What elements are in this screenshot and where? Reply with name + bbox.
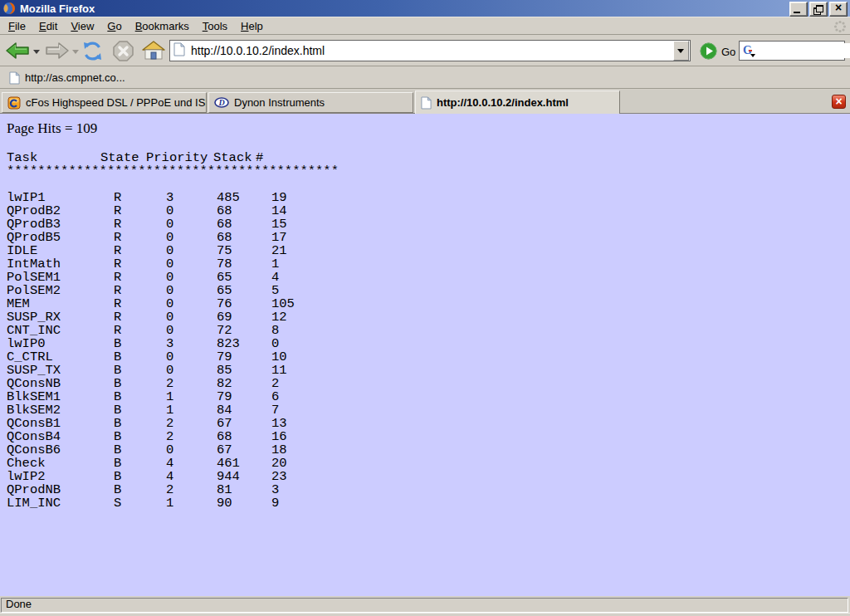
minimize-button[interactable] bbox=[789, 2, 808, 17]
cell-num: 7 bbox=[271, 403, 279, 417]
home-button[interactable] bbox=[142, 40, 165, 65]
page-favicon-icon bbox=[173, 42, 185, 60]
cell-task: MEM bbox=[7, 297, 30, 310]
menu-item-edit[interactable]: Edit bbox=[32, 18, 64, 34]
back-button[interactable] bbox=[5, 41, 31, 64]
cell-state: B bbox=[114, 403, 121, 417]
url-input[interactable] bbox=[187, 42, 673, 59]
search-bar: G bbox=[739, 41, 845, 61]
bookmarks-toolbar: http://as.cmpnet.co... bbox=[0, 67, 850, 89]
cell-priority: 4 bbox=[166, 457, 173, 470]
cell-priority: 2 bbox=[166, 377, 173, 390]
cell-task: CNT_INC bbox=[7, 324, 61, 337]
cell-priority: 1 bbox=[166, 390, 173, 403]
cell-state: R bbox=[114, 244, 121, 257]
bookmark-item[interactable]: http://as.cmpnet.co... bbox=[6, 70, 129, 86]
cell-stack: 78 bbox=[217, 257, 232, 271]
cell-num: 17 bbox=[271, 231, 287, 244]
table-row: SUSP_TXB08511 bbox=[0, 364, 850, 377]
cell-task: lwIP1 bbox=[7, 191, 46, 204]
cell-num: 0 bbox=[271, 337, 279, 350]
back-dropdown-icon[interactable] bbox=[33, 50, 40, 54]
table-row: BlkSEM1B1796 bbox=[0, 390, 850, 403]
table-row: PolSEM1R0654 bbox=[0, 271, 850, 284]
cell-task: Check bbox=[7, 457, 46, 470]
restore-button[interactable] bbox=[809, 2, 828, 17]
status-text: Done bbox=[6, 598, 32, 610]
table-row: lwIP2B494423 bbox=[0, 470, 850, 483]
reload-button[interactable] bbox=[81, 40, 104, 66]
table-row: QConsNBB2822 bbox=[0, 377, 850, 390]
cell-task: QConsNB bbox=[7, 377, 61, 390]
cell-stack: 84 bbox=[217, 403, 232, 417]
search-input[interactable] bbox=[757, 43, 850, 58]
menu-item-help[interactable]: Help bbox=[234, 18, 270, 34]
status-panel: Done bbox=[1, 598, 848, 613]
separator-asterisks: ****************************************… bbox=[7, 164, 339, 178]
url-dropdown-button[interactable] bbox=[673, 41, 689, 61]
cell-state: B bbox=[114, 470, 121, 483]
cell-priority: 0 bbox=[166, 284, 173, 297]
cell-priority: 0 bbox=[166, 350, 173, 364]
cell-stack: 72 bbox=[217, 324, 232, 337]
dynon-icon: D bbox=[214, 97, 229, 108]
url-bar bbox=[169, 40, 691, 61]
forward-dropdown-icon[interactable] bbox=[72, 50, 79, 54]
cell-task: LIM_INC bbox=[7, 496, 61, 510]
cell-num: 15 bbox=[271, 218, 287, 231]
cell-priority: 3 bbox=[166, 337, 173, 350]
cell-num: 20 bbox=[271, 457, 287, 470]
tab-1[interactable]: cFos Highspeed DSL / PPPoE und ISDN CAP.… bbox=[2, 92, 207, 113]
stop-button[interactable] bbox=[112, 40, 134, 66]
cell-task: C_CTRL bbox=[7, 350, 53, 364]
cell-task: QConsB1 bbox=[7, 417, 61, 430]
cell-stack: 67 bbox=[217, 443, 232, 457]
cell-state: S bbox=[114, 496, 121, 510]
cell-priority: 0 bbox=[166, 257, 173, 271]
cell-state: R bbox=[114, 191, 121, 204]
menu-item-file[interactable]: File bbox=[2, 18, 32, 34]
google-search-icon[interactable]: G bbox=[742, 43, 757, 58]
cell-stack: 65 bbox=[217, 284, 232, 297]
menu-item-bookmarks[interactable]: Bookmarks bbox=[129, 18, 196, 34]
tab-close-button[interactable] bbox=[832, 95, 846, 109]
cell-stack: 485 bbox=[217, 191, 240, 204]
cell-state: R bbox=[114, 310, 121, 324]
cell-stack: 79 bbox=[217, 350, 232, 364]
cell-stack: 69 bbox=[217, 310, 232, 324]
cell-priority: 2 bbox=[166, 417, 173, 430]
menu-item-go[interactable]: Go bbox=[100, 18, 128, 34]
cell-task: BlkSEM1 bbox=[7, 390, 61, 403]
close-button[interactable] bbox=[829, 2, 848, 17]
cell-priority: 0 bbox=[166, 271, 173, 284]
tab-2[interactable]: DDynon Instruments bbox=[208, 92, 413, 113]
cell-task: PolSEM1 bbox=[7, 271, 61, 284]
cell-priority: 0 bbox=[166, 244, 173, 257]
cell-state: B bbox=[114, 364, 121, 377]
cell-task: QProdB3 bbox=[7, 218, 61, 231]
cell-state: B bbox=[114, 390, 121, 403]
tab-3[interactable]: http://10.0.10.2/index.html bbox=[415, 90, 620, 114]
cell-stack: 79 bbox=[217, 390, 232, 403]
go-button[interactable] bbox=[700, 42, 717, 63]
cell-num: 18 bbox=[271, 443, 287, 457]
menu-item-tools[interactable]: Tools bbox=[196, 18, 234, 34]
cell-state: R bbox=[114, 231, 121, 244]
cell-num: 19 bbox=[271, 191, 287, 204]
cell-num: 16 bbox=[271, 430, 287, 443]
menu-item-view[interactable]: View bbox=[64, 18, 100, 34]
header-state: State bbox=[100, 151, 139, 164]
cell-task: IntMath bbox=[7, 257, 61, 271]
table-row: lwIP0B38230 bbox=[0, 337, 850, 350]
tab-strip: cFos Highspeed DSL / PPPoE und ISDN CAP.… bbox=[0, 90, 850, 114]
go-label[interactable]: Go bbox=[721, 46, 735, 58]
cell-num: 5 bbox=[271, 284, 279, 297]
cell-priority: 3 bbox=[166, 191, 173, 204]
cell-priority: 0 bbox=[166, 310, 173, 324]
tab-label: http://10.0.10.2/index.html bbox=[437, 96, 569, 109]
cell-state: R bbox=[114, 218, 121, 231]
forward-button[interactable] bbox=[44, 41, 70, 64]
cell-state: B bbox=[114, 430, 121, 443]
table-row: QProdNBB2813 bbox=[0, 483, 850, 496]
cell-num: 11 bbox=[271, 364, 287, 377]
